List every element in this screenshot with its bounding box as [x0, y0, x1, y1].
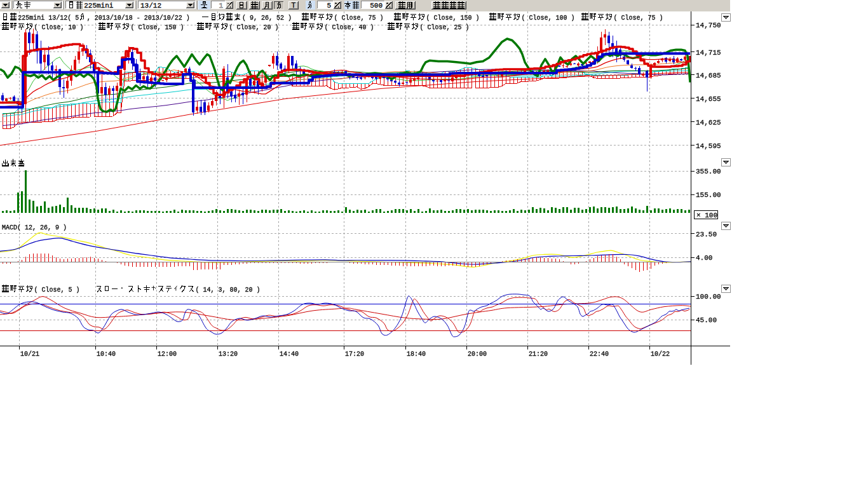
svg-text:( Close, 75 ): ( Close, 75 ) [334, 15, 383, 22]
svg-text:14,655: 14,655 [696, 95, 721, 103]
svg-text:355.00: 355.00 [696, 168, 721, 175]
svg-text:14,685: 14,685 [696, 72, 721, 79]
svg-text:( Close, 150 ): ( Close, 150 ) [426, 15, 479, 22]
svg-text:( 14, 3, 80, 20 ): ( 14, 3, 80, 20 ) [196, 287, 261, 294]
svg-text:45.00: 45.00 [696, 316, 717, 324]
svg-text:10/22: 10/22 [651, 351, 670, 358]
svg-text:( Close, 75 ): ( Close, 75 ) [613, 15, 663, 22]
svg-text:18:40: 18:40 [407, 351, 426, 358]
svg-text:( Close, 25 ): ( Close, 25 ) [419, 24, 469, 31]
svg-text:14,750: 14,750 [696, 22, 721, 29]
svg-text:21:20: 21:20 [529, 351, 548, 358]
svg-text:17:20: 17:20 [345, 351, 364, 358]
svg-text:5: 5 [327, 2, 331, 10]
svg-text:( Close, 150 ): ( Close, 150 ) [130, 24, 184, 31]
svg-text:( Close, 40 ): ( Close, 40 ) [324, 24, 374, 31]
svg-text:13:20: 13:20 [219, 351, 238, 358]
svg-text:MACD( 12, 26, 9 ): MACD( 12, 26, 9 ) [2, 224, 67, 231]
svg-text:155.00: 155.00 [696, 191, 721, 199]
svg-text:20:00: 20:00 [468, 351, 487, 358]
svg-text:( 9, 26, 52 ): ( 9, 26, 52 ) [242, 15, 292, 22]
svg-text:23.50: 23.50 [696, 231, 717, 238]
svg-text:225mini 13/12( 5: 225mini 13/12( 5 [18, 15, 79, 22]
svg-text:14,595: 14,595 [696, 142, 721, 150]
svg-text:( Close, 20 ): ( Close, 20 ) [229, 24, 278, 31]
svg-text:225mini: 225mini [84, 2, 114, 10]
svg-text:1: 1 [219, 2, 223, 10]
svg-text:13/12: 13/12 [140, 2, 161, 10]
svg-text:, 2013/10/18 - 2013/10/22 ): , 2013/10/18 - 2013/10/22 ) [87, 15, 190, 22]
svg-text:10/21: 10/21 [20, 351, 39, 358]
svg-text:( Close, 10 ): ( Close, 10 ) [34, 24, 83, 31]
svg-text:( Close, 5 ): ( Close, 5 ) [34, 287, 79, 294]
svg-text:500: 500 [370, 2, 383, 10]
svg-text:100.00: 100.00 [696, 293, 721, 301]
svg-text:14,625: 14,625 [696, 119, 721, 126]
svg-text:10:40: 10:40 [97, 351, 116, 358]
svg-text:( Close, 100 ): ( Close, 100 ) [521, 15, 574, 22]
svg-text:14,715: 14,715 [696, 49, 721, 57]
svg-text:× 100: × 100 [696, 212, 717, 219]
svg-text:14:40: 14:40 [280, 351, 299, 358]
svg-text:4.00: 4.00 [696, 254, 712, 262]
svg-text:12:00: 12:00 [158, 351, 177, 358]
svg-text:22:40: 22:40 [590, 351, 609, 358]
svg-text:T: T [292, 1, 296, 9]
